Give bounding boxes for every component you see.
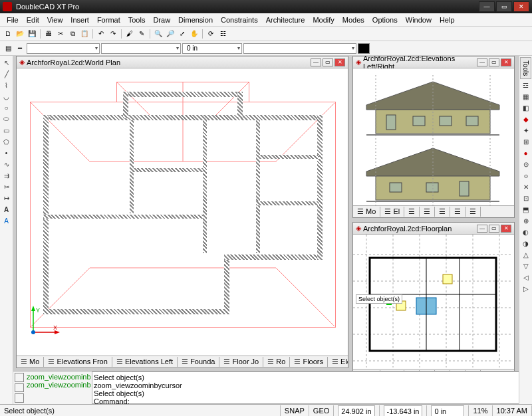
menu-file[interactable]: File	[3, 15, 23, 25]
sheet-tab[interactable]: ☰ Floors	[290, 357, 328, 367]
status-zoom[interactable]: 11%	[469, 405, 492, 416]
tool-icon[interactable]: ☲	[521, 80, 531, 90]
cmd-tool-icon[interactable]	[15, 393, 24, 403]
recent-cmd[interactable]: zoom_viewzoominbycursor	[27, 381, 90, 389]
window-titlebar[interactable]: ◈ ArchforRoyal.2cd:World Plan — ▭ ✕	[17, 56, 348, 68]
win-minimize-button[interactable]: —	[477, 225, 487, 233]
win-minimize-button[interactable]: —	[311, 58, 321, 66]
brush-icon[interactable]: 🖌	[124, 29, 135, 39]
extend-tool-icon[interactable]: ↦	[1, 193, 12, 203]
text-tool-icon[interactable]: A	[1, 204, 12, 215]
menu-architecture[interactable]: Architecture	[262, 15, 309, 25]
status-x[interactable]: 24.902 in	[334, 405, 379, 416]
sheet-tab[interactable]: ☰ Founda	[178, 357, 219, 367]
linetype-dropdown[interactable]	[101, 43, 181, 54]
copy-icon[interactable]: ⧉	[67, 29, 78, 39]
minimize-button[interactable]: —	[479, 1, 495, 12]
style-dropdown[interactable]	[243, 43, 356, 54]
drawing-canvas[interactable]: Select object(s)	[353, 235, 514, 369]
zoom-out-icon[interactable]: 🔎	[165, 29, 176, 39]
menu-window[interactable]: Window	[402, 15, 436, 25]
tool-icon[interactable]: ◧	[521, 102, 531, 113]
window-titlebar[interactable]: ◈ ArchforRoyal.2cd:Elevations Left/Right…	[353, 56, 514, 68]
status-z[interactable]: 0 in	[427, 405, 469, 416]
paste-icon[interactable]: 📋	[79, 29, 90, 39]
ellipse-tool-icon[interactable]: ⬭	[1, 114, 12, 124]
linetype-icon[interactable]: ━	[15, 43, 25, 54]
tool-icon[interactable]: ⊕	[521, 215, 531, 226]
drawing-canvas[interactable]	[353, 68, 514, 205]
point-tool-icon[interactable]: •	[1, 148, 12, 158]
save-icon[interactable]: 💾	[27, 29, 37, 39]
sheet-tab[interactable]: ☰ Ro	[263, 357, 290, 367]
redraw-icon[interactable]: ⟳	[205, 29, 216, 39]
cut-icon[interactable]: ✂	[55, 29, 66, 39]
sheet-tab[interactable]: ☰ Elevations Fron	[44, 357, 112, 367]
window-titlebar[interactable]: ◈ ArchforRoyal.2cd:Floorplan — ▭ ✕	[353, 223, 514, 235]
menu-draw[interactable]: Draw	[149, 15, 174, 25]
status-y[interactable]: -13.643 in	[380, 405, 428, 416]
layer-dropdown[interactable]	[27, 43, 100, 54]
menu-modify[interactable]: Modify	[309, 15, 338, 25]
menu-format[interactable]: Format	[93, 15, 124, 25]
undo-icon[interactable]: ↶	[96, 29, 106, 39]
menu-edit[interactable]: Edit	[23, 15, 43, 25]
redo-icon[interactable]: ↷	[108, 29, 118, 39]
menu-insert[interactable]: Insert	[66, 15, 93, 25]
win-close-button[interactable]: ✕	[334, 58, 345, 66]
sheet-tab[interactable]: ☰ Mo	[353, 207, 380, 217]
zoom-in-icon[interactable]: 🔍	[153, 29, 164, 39]
win-close-button[interactable]: ✕	[501, 58, 511, 66]
tool-icon[interactable]: ▽	[521, 260, 531, 271]
sheet-tab[interactable]: ☰	[466, 207, 481, 217]
tool-icon[interactable]: △	[521, 249, 531, 260]
tool-icon[interactable]: ⌾	[521, 170, 531, 181]
lineweight-dropdown[interactable]: 0 in	[182, 43, 242, 54]
zoom-extents-icon[interactable]: ⤢	[177, 29, 188, 39]
recent-cmd[interactable]: zoom_viewzoominbycursor	[27, 373, 90, 381]
tool-icon[interactable]: ●	[521, 148, 531, 158]
sheet-tab[interactable]: ☰ Elevations Left	[112, 357, 178, 367]
close-button[interactable]: ✕	[513, 1, 529, 12]
tool-icon[interactable]: ▦	[521, 91, 531, 102]
pencil-icon[interactable]: ✎	[136, 29, 147, 39]
tool-icon[interactable]: ⊞	[521, 136, 531, 147]
cmd-tool-icon[interactable]	[15, 383, 24, 393]
layer-icon[interactable]: ▤	[3, 43, 13, 54]
tool-icon[interactable]: ✕	[521, 181, 531, 192]
tool-icon[interactable]: ⬒	[521, 204, 531, 215]
menu-dimension[interactable]: Dimension	[174, 15, 217, 25]
maximize-button[interactable]: ▭	[496, 1, 512, 12]
sheet-tab[interactable]: ☰	[435, 207, 450, 217]
menu-tools[interactable]: Tools	[124, 15, 150, 25]
polyline-tool-icon[interactable]: ⌇	[1, 80, 12, 90]
menu-constraints[interactable]: Constraints	[217, 15, 262, 25]
tool-icon[interactable]: ◆	[521, 114, 531, 124]
cmd-tool-icon[interactable]	[15, 373, 24, 382]
curve-tool-icon[interactable]: ∿	[1, 159, 12, 169]
menu-options[interactable]: Options	[368, 15, 402, 25]
offset-tool-icon[interactable]: ⇉	[1, 170, 12, 181]
sheet-tab[interactable]: ☰ El	[380, 207, 404, 217]
status-geo[interactable]: GEO	[309, 405, 334, 416]
sheet-tab[interactable]: ☰	[404, 207, 420, 217]
line-tool-icon[interactable]: ╱	[1, 68, 12, 79]
tool-icon[interactable]: ◁	[521, 272, 531, 282]
sheet-tab[interactable]: ☰ Floor Jo	[219, 357, 263, 367]
win-close-button[interactable]: ✕	[501, 225, 511, 233]
tool-icon[interactable]: ▷	[521, 283, 531, 294]
menu-view[interactable]: View	[43, 15, 67, 25]
select-tool-icon[interactable]: ↖	[1, 57, 12, 68]
win-maximize-button[interactable]: ▭	[323, 58, 333, 66]
win-maximize-button[interactable]: ▭	[489, 58, 499, 66]
menu-help[interactable]: Help	[436, 15, 459, 25]
status-snap[interactable]: SNAP	[281, 405, 309, 416]
tool-icon[interactable]: ⊡	[521, 193, 531, 203]
color-swatch-icon[interactable]	[358, 43, 370, 54]
sheet-tab[interactable]: ☰	[450, 207, 466, 217]
trim-tool-icon[interactable]: ✂	[1, 181, 12, 192]
mtext-tool-icon[interactable]: A	[1, 215, 12, 226]
menu-modes[interactable]: Modes	[338, 15, 368, 25]
tool-icon[interactable]: ✦	[521, 125, 531, 136]
tool-icon[interactable]: ⊙	[521, 159, 531, 169]
